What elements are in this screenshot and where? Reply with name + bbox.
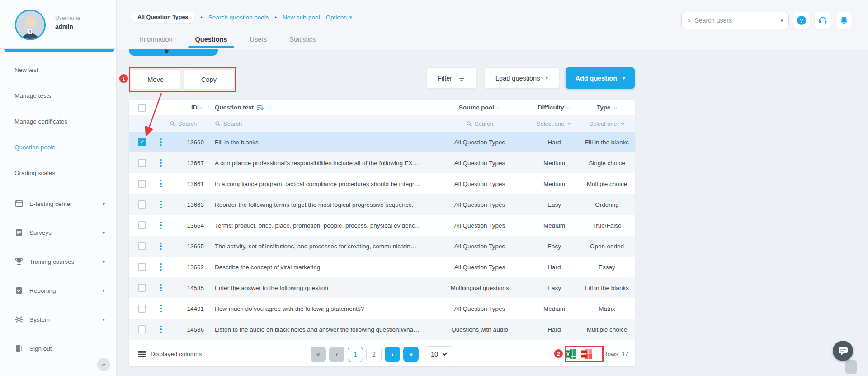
row-kebab-menu[interactable] [160, 200, 162, 209]
sidebar-item-label: Manage tests [14, 92, 51, 99]
help-button[interactable]: ? [793, 12, 810, 29]
column-header-question-text[interactable]: Question text [204, 104, 430, 111]
options-menu[interactable]: Options ▾ [326, 14, 352, 21]
filter-button[interactable]: Filter [426, 67, 477, 89]
table-header-row: ID↑↓Question textSource pool↑↓Difficulty… [129, 100, 635, 115]
scroll-top-button[interactable] [845, 360, 857, 374]
cutoff-blue-button[interactable] [129, 49, 218, 56]
row-checkbox[interactable]: ✓ [138, 138, 146, 146]
row-kebab-menu[interactable] [160, 179, 162, 188]
bullet-separator: • [274, 14, 277, 21]
add-question-button[interactable]: Add question ▾ [566, 67, 635, 89]
id-search-input[interactable]: Search [168, 120, 204, 127]
source-pool-search-input[interactable]: Search [430, 120, 529, 127]
top-right-actions: ▾ ? [681, 12, 853, 29]
question-text-search-input[interactable]: Search [204, 120, 430, 127]
tab-questions[interactable]: Questions [194, 36, 228, 43]
row-checkbox[interactable] [138, 200, 146, 209]
row-kebab-menu[interactable] [160, 138, 162, 146]
new-sub-pool-link[interactable]: New sub-pool [283, 14, 320, 21]
row-kebab-menu[interactable] [160, 304, 162, 313]
row-kebab-menu[interactable] [160, 221, 162, 229]
table-row[interactable]: ✓13660Fill in the blanks.All Question Ty… [129, 132, 635, 152]
table-row[interactable]: 13663Reorder the following terms to get … [129, 194, 635, 215]
breadcrumb: All Question Types • Search question poo… [131, 11, 352, 23]
sidebar-item-grading-scales[interactable]: Grading scales [0, 160, 117, 186]
gear-icon [14, 315, 24, 324]
row-checkbox[interactable] [138, 180, 146, 188]
last-page-button[interactable]: » [403, 347, 419, 362]
table-row[interactable]: 14536Listen to the audio on black holes … [129, 319, 635, 340]
page-size-value: 10 [431, 351, 438, 358]
sidebar-item-e-testing-center[interactable]: E-testing center▾ [0, 189, 117, 218]
sidebar-item-manage-tests[interactable]: Manage tests [0, 83, 117, 109]
row-checkbox[interactable] [138, 221, 146, 229]
chat-widget-button[interactable] [833, 341, 853, 361]
support-button[interactable] [814, 12, 831, 29]
sidebar-collapse-button[interactable]: « [97, 358, 110, 371]
chevron-down-icon[interactable]: ▾ [780, 18, 783, 23]
row-kebab-menu[interactable] [160, 325, 162, 333]
page-button-2[interactable]: 2 [366, 347, 382, 362]
sidebar-cutoff-button[interactable] [4, 49, 114, 52]
type-select[interactable]: Select one [579, 120, 635, 127]
load-questions-label: Load questions [495, 75, 540, 82]
search-users-box[interactable]: ▾ [681, 12, 789, 29]
cell-question-text: How much do you agree with the following… [204, 305, 430, 312]
difficulty-select[interactable]: Select one [529, 120, 579, 127]
row-checkbox[interactable] [138, 263, 146, 271]
column-header-id[interactable]: ID↑↓ [168, 104, 204, 111]
notifications-button[interactable] [835, 12, 853, 29]
sidebar-item-system[interactable]: System▾ [0, 305, 117, 334]
table-row[interactable]: 13665The activity, set of institutions, … [129, 236, 635, 257]
row-kebab-menu[interactable] [160, 158, 162, 167]
row-checkbox[interactable] [138, 325, 146, 333]
column-header-source-pool[interactable]: Source pool↑↓ [430, 104, 529, 111]
first-page-button[interactable]: « [311, 347, 326, 362]
column-header-difficulty[interactable]: Difficulty↑↓ [529, 104, 579, 111]
row-menu-cell [154, 138, 168, 146]
page-button-1[interactable]: 1 [348, 347, 363, 362]
table-row[interactable]: 13661In a compliance program, tactical c… [129, 173, 635, 194]
sidebar-item-surveys[interactable]: Surveys▾ [0, 218, 117, 247]
search-question-pools-link[interactable]: Search question pools [208, 14, 269, 21]
cell-difficulty: Hard [529, 326, 579, 333]
table-row[interactable]: 14491How much do you agree with the foll… [129, 298, 635, 319]
row-checkbox[interactable] [138, 242, 146, 250]
page-size-select[interactable]: 10 [425, 346, 453, 362]
tab-statistics[interactable]: Statistics [288, 36, 316, 43]
cell-difficulty: Hard [529, 139, 579, 146]
row-checkbox-cell [129, 159, 154, 167]
sidebar-item-sign-out[interactable]: Sign out [0, 334, 117, 363]
select-all-checkbox[interactable] [138, 104, 146, 112]
sidebar-item-manage-certificates[interactable]: Manage certificates [0, 109, 117, 134]
sidebar-item-new-test[interactable]: New test [0, 57, 117, 83]
prev-page-button[interactable]: ‹ [329, 347, 344, 362]
table-row[interactable]: 13664Terms: product, price, place, promo… [129, 215, 635, 236]
row-checkbox[interactable] [138, 159, 146, 167]
table-row[interactable]: 13667A compliance professional's respons… [129, 152, 635, 173]
avatar[interactable] [15, 10, 46, 40]
column-header-type[interactable]: Type↑↓ [579, 104, 635, 111]
sidebar-item-training-courses[interactable]: Training courses▾ [0, 247, 117, 276]
columns-menu-icon [138, 351, 146, 357]
table-row[interactable]: 14535Enter the answer to the following q… [129, 277, 635, 298]
sidebar-item-label: Sign out [29, 345, 52, 352]
search-placeholder: Search [223, 120, 242, 127]
row-kebab-menu[interactable] [160, 262, 162, 271]
tab-users[interactable]: Users [249, 36, 268, 43]
table-row[interactable]: 13662Describe the concept of viral marke… [129, 257, 635, 277]
sidebar-item-question-pools[interactable]: Question pools [0, 134, 117, 160]
next-page-button[interactable]: › [385, 347, 400, 362]
search-users-input[interactable] [694, 17, 776, 24]
tab-information[interactable]: Information [139, 36, 174, 43]
row-kebab-menu[interactable] [160, 242, 162, 250]
row-kebab-menu[interactable] [160, 283, 162, 292]
row-menu-cell [154, 242, 168, 250]
row-checkbox[interactable] [138, 284, 146, 292]
annotation-frame-move-copy [129, 67, 236, 92]
displayed-columns-button[interactable]: Displayed columns [138, 351, 202, 357]
sidebar-item-reporting[interactable]: Reporting▾ [0, 276, 117, 305]
row-checkbox[interactable] [138, 305, 146, 313]
load-questions-button[interactable]: Load questions ▾ [484, 67, 559, 89]
